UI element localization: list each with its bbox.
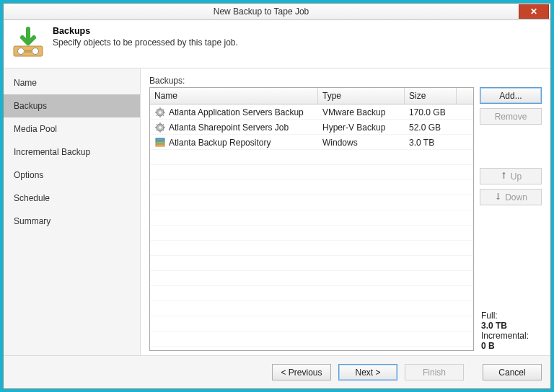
dialog-window: New Backup to Tape Job ✕ Backups Specify… bbox=[3, 3, 551, 389]
svg-line-23 bbox=[163, 124, 164, 125]
svg-line-10 bbox=[157, 109, 158, 110]
window-title: New Backup to Tape Job bbox=[4, 6, 519, 17]
side-buttons: Add... Remove 🠕Up 🠗Down bbox=[480, 87, 542, 205]
svg-line-20 bbox=[157, 124, 158, 125]
previous-button[interactable]: < Previous bbox=[272, 364, 331, 380]
grid-body: Atlanta Application Servers Backup VMwar… bbox=[150, 104, 473, 350]
nav-item-media-pool[interactable]: Media Pool bbox=[4, 117, 140, 141]
cell-size: 170.0 GB bbox=[405, 107, 457, 117]
svg-point-2 bbox=[32, 48, 39, 55]
gear-icon bbox=[154, 122, 166, 133]
svg-rect-3 bbox=[24, 50, 32, 53]
cell-type: Windows bbox=[318, 138, 405, 148]
svg-point-1 bbox=[18, 48, 25, 55]
page-title: Backups bbox=[53, 26, 90, 36]
main-panel: Backups: Name Type Size bbox=[141, 68, 550, 355]
svg-point-15 bbox=[159, 126, 162, 129]
nav-item-options[interactable]: Options bbox=[4, 164, 140, 187]
nav-item-summary[interactable]: Summary bbox=[4, 210, 140, 233]
svg-line-22 bbox=[157, 130, 158, 131]
cell-size: 3.0 TB bbox=[405, 138, 457, 148]
close-icon: ✕ bbox=[530, 6, 537, 17]
grid-label: Backups: bbox=[149, 76, 542, 86]
move-up-button: 🠕Up bbox=[480, 168, 542, 184]
table-row[interactable]: Atlanta Sharepoint Servers Job Hyper-V B… bbox=[150, 120, 473, 135]
svg-rect-24 bbox=[156, 138, 164, 141]
page-subtitle: Specify objects to be processed by this … bbox=[53, 37, 238, 48]
backups-grid[interactable]: Name Type Size Atlanta bbox=[149, 87, 474, 351]
svg-line-12 bbox=[157, 115, 158, 116]
svg-point-5 bbox=[159, 111, 162, 114]
svg-line-13 bbox=[163, 109, 164, 110]
gear-icon bbox=[154, 107, 166, 118]
svg-rect-25 bbox=[156, 141, 164, 143]
header-text: Backups Specify objects to be processed … bbox=[53, 26, 238, 48]
incremental-label: Incremental: bbox=[481, 331, 542, 341]
full-value: 3.0 TB bbox=[481, 321, 507, 331]
grid-header: Name Type Size bbox=[150, 88, 473, 104]
close-button[interactable]: ✕ bbox=[519, 4, 549, 19]
cancel-button[interactable]: Cancel bbox=[483, 364, 542, 380]
cell-name: Atlanta Sharepoint Servers Job bbox=[169, 122, 289, 133]
move-down-button: 🠗Down bbox=[480, 189, 542, 205]
column-header-name[interactable]: Name bbox=[150, 88, 318, 104]
table-row[interactable]: Atlanta Application Servers Backup VMwar… bbox=[150, 104, 473, 120]
wizard-nav: Name Backups Media Pool Incremental Back… bbox=[4, 68, 141, 355]
nav-item-name[interactable]: Name bbox=[4, 71, 140, 94]
arrow-up-icon: 🠕 bbox=[500, 172, 508, 180]
tape-backup-icon bbox=[11, 26, 45, 61]
table-row[interactable]: Atlanta Backup Repository Windows 3.0 TB bbox=[150, 135, 473, 150]
svg-rect-26 bbox=[156, 144, 164, 146]
column-header-size[interactable]: Size bbox=[405, 88, 457, 104]
add-button[interactable]: Add... bbox=[480, 87, 542, 104]
dialog-body: Name Backups Media Pool Incremental Back… bbox=[4, 68, 550, 355]
cell-type: Hyper-V Backup bbox=[318, 122, 405, 133]
column-header-type[interactable]: Type bbox=[318, 88, 405, 104]
nav-item-incremental-backup[interactable]: Incremental Backup bbox=[4, 141, 140, 164]
cell-type: VMware Backup bbox=[318, 107, 405, 117]
cell-name: Atlanta Application Servers Backup bbox=[169, 107, 304, 117]
titlebar: New Backup to Tape Job ✕ bbox=[4, 4, 550, 20]
page-header: Backups Specify objects to be processed … bbox=[4, 20, 550, 68]
wizard-footer: < Previous Next > Finish Cancel bbox=[4, 355, 550, 388]
nav-item-schedule[interactable]: Schedule bbox=[4, 187, 140, 210]
size-stats: Full: 3.0 TB Incremental: 0 B bbox=[480, 308, 542, 351]
repository-icon bbox=[154, 137, 166, 148]
cell-name: Atlanta Backup Repository bbox=[169, 138, 271, 148]
svg-line-21 bbox=[163, 130, 164, 131]
nav-item-backups[interactable]: Backups bbox=[4, 94, 140, 117]
cell-size: 52.0 GB bbox=[405, 122, 457, 133]
finish-button: Finish bbox=[405, 364, 464, 380]
next-button[interactable]: Next > bbox=[338, 364, 397, 380]
full-label: Full: bbox=[481, 311, 542, 321]
column-header-pad bbox=[457, 88, 473, 104]
arrow-down-icon: 🠗 bbox=[494, 193, 502, 201]
incremental-value: 0 B bbox=[481, 341, 495, 351]
remove-button: Remove bbox=[480, 108, 542, 125]
svg-line-11 bbox=[163, 115, 164, 116]
